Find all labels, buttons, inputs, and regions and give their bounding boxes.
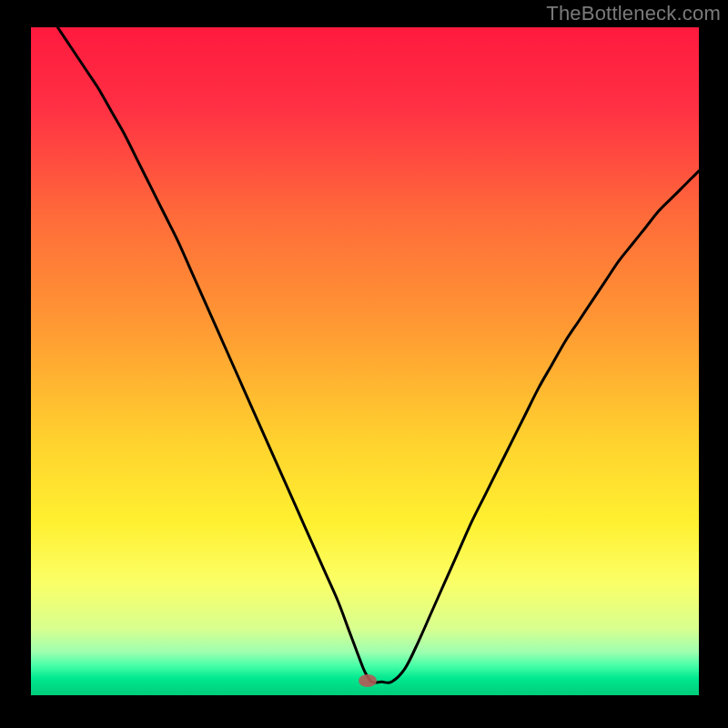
plot-area xyxy=(31,27,699,695)
watermark-text: TheBottleneck.com xyxy=(546,2,721,25)
gradient-background xyxy=(31,27,699,695)
chart-frame: TheBottleneck.com xyxy=(0,0,728,728)
optimal-point-marker xyxy=(359,674,377,687)
plot-svg xyxy=(31,27,699,695)
